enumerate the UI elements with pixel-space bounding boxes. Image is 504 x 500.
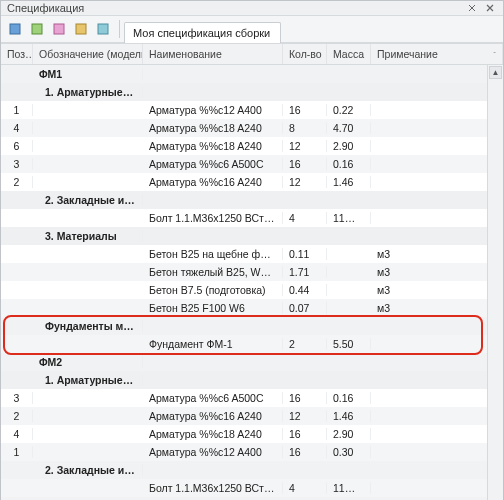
panel-title: Спецификация [7,2,84,14]
table-row[interactable]: 2Арматура %%c16 A240121.46 [1,407,503,425]
table-row[interactable]: 3. Материалы [1,227,503,245]
table-row[interactable]: 4Арматура %%c18 A240162.90 [1,425,503,443]
toolbar-btn-5[interactable] [93,19,113,39]
toolbar-btn-4[interactable] [71,19,91,39]
table-row[interactable]: 2. Закладные изделия [1,191,503,209]
table-row[interactable]: 1Арматура %%c12 A400160.22 [1,101,503,119]
table-row[interactable]: 1. Арматурные изделия [1,83,503,101]
vertical-scrollbar[interactable]: ▲ ▼ [487,65,503,500]
toolbar-btn-1[interactable] [5,19,25,39]
table-row[interactable]: 6Арматура %%c18 A240122.90 [1,137,503,155]
grid: Поз… Обозначение (модель) Наименование К… [1,43,503,500]
table-row[interactable]: ΦМ2 [1,353,503,371]
table-row[interactable]: 3Арматура %%c6 A500C160.16 [1,155,503,173]
grid-header: Поз… Обозначение (модель) Наименование К… [1,44,503,65]
toolbar-divider [119,20,120,38]
table-row[interactable]: Бетон В25 на щебне фрак…0.11м3 [1,245,503,263]
spec-tab-label: Моя спецификация сборки [133,27,270,39]
table-row[interactable]: Болт 1.1.М36х1250 ВСт3к…411… [1,209,503,227]
table-row[interactable]: Бетон тяжелый В25, W4,…1.71м3 [1,263,503,281]
svg-rect-4 [98,24,108,34]
spec-tab[interactable]: Моя спецификация сборки [124,22,281,44]
svg-rect-0 [10,24,20,34]
col-desig[interactable]: Обозначение (модель) [33,44,143,64]
pin-icon[interactable] [465,1,479,15]
close-icon[interactable] [483,1,497,15]
chevron-up-icon: ˆ [493,50,496,59]
table-row[interactable]: Болт 1.1.М36х1250 ВСт3к…411… [1,479,503,497]
scroll-up-icon[interactable]: ▲ [489,66,502,79]
table-row[interactable]: Бетон В7.5 (подготовка)0.44м3 [1,281,503,299]
grid-body[interactable]: ΦМ11. Арматурные изделия1Арматура %%c12 … [1,65,503,500]
toolbar-btn-2[interactable] [27,19,47,39]
table-row[interactable]: ΦМ1 [1,65,503,83]
table-row[interactable]: Фундаменты монолитные [1,317,503,335]
svg-rect-2 [54,24,64,34]
table-row[interactable]: 4Арматура %%c18 A24084.70 [1,119,503,137]
spec-panel: Спецификация Моя спецификация сборки [0,0,504,500]
table-row[interactable]: Бетон В25 F100 W60.07м3 [1,299,503,317]
table-row[interactable]: 1. Арматурные изделия [1,371,503,389]
table-row[interactable]: 1Арматура %%c12 A400160.30 [1,443,503,461]
col-pos[interactable]: Поз… [1,44,33,64]
svg-rect-1 [32,24,42,34]
toolbar-btn-3[interactable] [49,19,69,39]
table-row[interactable]: Фундамент ФМ-125.50 [1,335,503,353]
table-row[interactable]: 2. Закладные изделия [1,461,503,479]
table-row[interactable]: 2Арматура %%c16 A240121.46 [1,173,503,191]
svg-rect-3 [76,24,86,34]
col-note[interactable]: Примечание ˆ [371,44,503,64]
col-name[interactable]: Наименование [143,44,283,64]
col-qty[interactable]: Кол-во [283,44,327,64]
table-row[interactable]: 3Арматура %%c6 A500C160.16 [1,389,503,407]
col-mass[interactable]: Масса [327,44,371,64]
titlebar: Спецификация [1,1,503,16]
toolbar: Моя спецификация сборки [1,16,503,43]
